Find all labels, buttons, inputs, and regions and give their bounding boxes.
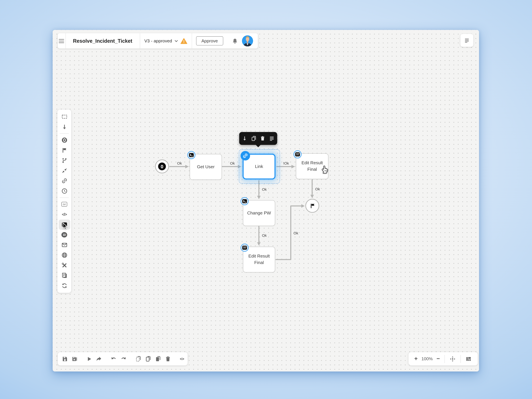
undo-icon[interactable] bbox=[111, 355, 117, 363]
copy-icon[interactable] bbox=[250, 135, 257, 142]
save-all-icon[interactable] bbox=[72, 355, 78, 363]
branch-tool[interactable] bbox=[58, 155, 70, 165]
duplicate-icon[interactable] bbox=[155, 355, 161, 363]
delete-icon[interactable] bbox=[259, 135, 266, 142]
flow-node-change-pw[interactable]: Change PW bbox=[243, 200, 275, 226]
flow-node-edit-result-final-top[interactable]: (x) Edit Result Final bbox=[296, 153, 329, 179]
http-tool[interactable] bbox=[58, 250, 70, 260]
flow-node-start[interactable]: 0 bbox=[155, 159, 169, 173]
edge-label: !Ok bbox=[283, 161, 289, 165]
notifications-icon[interactable] bbox=[232, 38, 238, 44]
warning-icon[interactable] bbox=[181, 38, 187, 44]
zoom-controls: + 100% − bbox=[408, 352, 478, 365]
chevron-down-icon bbox=[174, 40, 178, 42]
zoom-in-button[interactable]: + bbox=[414, 356, 418, 362]
canvas-toolbar: <> bbox=[58, 352, 188, 365]
email-tool[interactable] bbox=[58, 240, 70, 250]
edge-label: Ok bbox=[177, 161, 182, 165]
paste-icon[interactable] bbox=[135, 355, 141, 363]
version-selector[interactable]: V3 - approved bbox=[140, 38, 192, 44]
terminal-icon bbox=[241, 197, 249, 205]
function-tool[interactable]: (x) bbox=[58, 199, 70, 209]
flow-node-edit-result-final-bottom[interactable]: (x) Edit Result Final bbox=[243, 247, 275, 272]
header-bar: Resolve_Incident_Ticket V3 - approved Ap… bbox=[58, 33, 258, 49]
identity-tool[interactable]: 1D bbox=[58, 230, 70, 240]
flow-node-link[interactable]: Link bbox=[243, 154, 275, 179]
run-icon[interactable] bbox=[86, 355, 92, 363]
node-context-toolbar bbox=[239, 132, 277, 145]
node-label: Link bbox=[255, 163, 263, 170]
flow-node-end[interactable] bbox=[305, 199, 319, 213]
avatar[interactable] bbox=[242, 35, 253, 46]
flow-canvas[interactable]: Ok Ok !Ok Ok Ok Ok Ok 0 bbox=[52, 30, 479, 372]
join-tool[interactable] bbox=[58, 165, 70, 176]
save-icon[interactable] bbox=[62, 355, 68, 363]
pan-icon[interactable] bbox=[449, 355, 456, 363]
copy-icon[interactable] bbox=[145, 355, 151, 363]
flow-node-get-user[interactable]: Get User bbox=[190, 154, 222, 180]
marquee-select-tool[interactable] bbox=[58, 112, 70, 122]
insert-down-tool[interactable] bbox=[58, 122, 70, 132]
layout-overview-icon[interactable] bbox=[465, 355, 472, 363]
function-icon: (x) bbox=[293, 150, 302, 158]
node-label: Change PW bbox=[247, 210, 271, 216]
edge-label: Ok bbox=[262, 234, 267, 237]
loop-tool[interactable] bbox=[58, 281, 70, 291]
edge-label: Ok bbox=[293, 231, 298, 235]
code-view-icon[interactable]: <> bbox=[180, 355, 184, 363]
link-icon bbox=[241, 151, 250, 160]
menu-button[interactable] bbox=[58, 33, 65, 49]
node-palette: (x) </> 1D bbox=[57, 110, 71, 293]
approve-button[interactable]: Approve bbox=[196, 36, 223, 45]
properties-panel-button[interactable] bbox=[460, 34, 473, 47]
zoom-out-button[interactable]: − bbox=[437, 356, 440, 362]
tools-tool[interactable] bbox=[58, 260, 70, 270]
redo-icon[interactable] bbox=[120, 355, 127, 363]
node-label: Edit Result Final bbox=[298, 160, 326, 173]
function-icon: (x) bbox=[241, 244, 249, 252]
edge-label: Ok bbox=[262, 187, 267, 191]
start-node-tool[interactable] bbox=[58, 135, 70, 145]
delete-icon[interactable] bbox=[165, 355, 171, 363]
node-label: Edit Result Final bbox=[245, 253, 273, 266]
app-background: Ok Ok !Ok Ok Ok Ok Ok 0 bbox=[0, 0, 532, 399]
share-icon[interactable] bbox=[96, 355, 102, 363]
script-tool[interactable] bbox=[58, 219, 70, 230]
terminal-icon bbox=[187, 151, 196, 159]
zoom-level: 100% bbox=[421, 356, 433, 361]
node-label: Get User bbox=[197, 164, 215, 170]
start-icon: 0 bbox=[158, 163, 166, 171]
text-lines-icon bbox=[464, 37, 470, 43]
edge-label: Ok bbox=[315, 187, 320, 191]
edge-label: Ok bbox=[230, 161, 235, 165]
details-icon[interactable] bbox=[268, 135, 275, 142]
code-tool[interactable]: </> bbox=[58, 209, 70, 219]
link-tool[interactable] bbox=[58, 176, 70, 186]
flag-icon bbox=[309, 203, 315, 209]
end-flag-tool[interactable] bbox=[58, 145, 70, 155]
version-label: V3 - approved bbox=[144, 38, 172, 44]
form-tool[interactable] bbox=[58, 271, 70, 281]
timer-tool[interactable] bbox=[58, 186, 70, 196]
page-title: Resolve_Incident_Ticket bbox=[65, 38, 140, 44]
insert-down-icon[interactable] bbox=[241, 135, 248, 142]
